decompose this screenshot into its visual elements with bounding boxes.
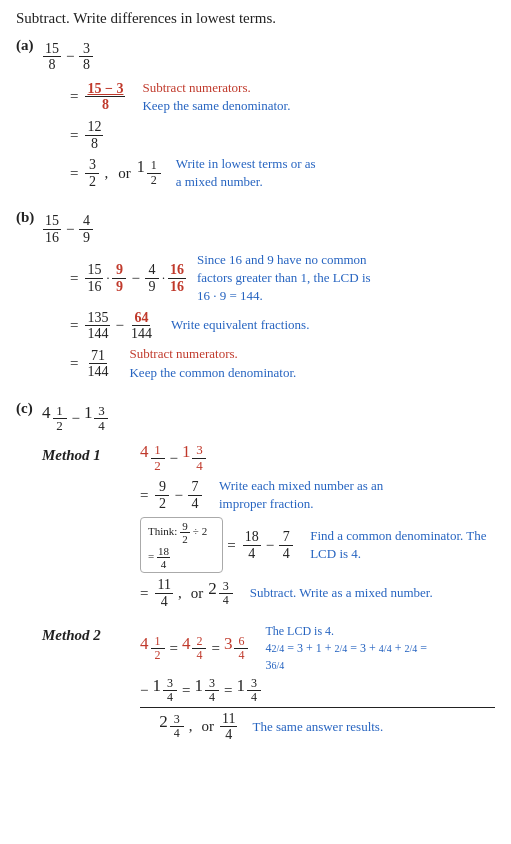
frac-11-4: 114 (155, 577, 172, 609)
m1-minus-start: − (170, 450, 178, 467)
part-b-label: (b) (16, 209, 36, 226)
method1-row: Method 1 4 12 − 1 (42, 443, 495, 613)
frac-9-2: 92 (155, 479, 169, 511)
m2-1-3-4-b: 1 34 (194, 677, 220, 704)
frac-16-16: 1616 (168, 262, 186, 294)
frac-3-8: 38 (79, 41, 93, 73)
dot-b1: · (106, 271, 109, 286)
think-frac-18-4: 184 (157, 545, 170, 570)
note-b2: Write equivalent fractions. (171, 316, 309, 334)
note-m1-3: Subtract. Write as a mixed number. (250, 584, 433, 602)
frac-4-9: 49 (79, 213, 93, 245)
frac-18-4: 184 (243, 529, 261, 561)
eq-m1-3: = (140, 585, 148, 602)
dot-b2: · (162, 271, 165, 286)
m2-1-3-4-c: 1 34 (236, 677, 262, 704)
m2-3-6-4: 3 64 (224, 635, 250, 662)
eq-b2: = (70, 317, 78, 334)
comma-a: , (104, 165, 108, 182)
eq-a2: = (70, 127, 78, 144)
note-m1-2: Find a common denominator. The LCD is 4. (310, 527, 495, 563)
m1-start-1-3-4: 1 34 (182, 443, 208, 473)
frac-7-4-b: 74 (279, 529, 293, 561)
minus-b1: − (131, 270, 139, 287)
method1-label: Method 1 (42, 443, 132, 464)
section-b: (b) 1516 − 49 = 1516 · 99 (16, 209, 495, 386)
minus-m1-2: − (266, 537, 274, 554)
eq-m2-r2a: = (182, 682, 190, 699)
or-m2: or (202, 718, 215, 735)
frac-11-4-m2: 114 (220, 711, 237, 743)
page-title: Subtract. Write differences in lowest te… (16, 10, 495, 27)
section-c: (c) 4 12 − 1 34 Met (16, 400, 495, 745)
mixed-1-1-2: 1 12 (137, 159, 162, 186)
method2-row: Method 2 4 12 = 4 24 = (42, 623, 495, 743)
frac-9-9: 99 (112, 262, 126, 294)
note-a1: Subtract numerators. Keep the same denom… (142, 79, 290, 115)
think-frac-9-2: 92 (180, 520, 190, 545)
m2-1-3-4-a: 1 34 (152, 677, 178, 704)
minus-op-a: − (66, 48, 74, 65)
mixed-1-3-4-problem: 1 34 (84, 404, 110, 434)
frac-15-3-over-8: 15 − 3 8 (85, 81, 125, 113)
note-b1: Since 16 and 9 have no common factors gr… (197, 251, 382, 306)
part-c-label: (c) (16, 400, 36, 417)
eq-a3: = (70, 165, 78, 182)
frac-64-144: 64144 (129, 310, 154, 342)
minus-b2: − (115, 317, 123, 334)
frac-15-8: 158 (43, 41, 61, 73)
eq-m2-r1a: = (170, 640, 178, 657)
section-a: (a) 158 − 38 = 15 − 3 8 Subtrac (16, 37, 495, 195)
method2-content: 4 12 = 4 24 = 3 64 (140, 623, 495, 743)
note-b3: Subtract numerators. Keep the common den… (129, 345, 296, 381)
note-a3: Write in lowest terms or asa mixed numbe… (176, 155, 316, 191)
eq-m2-r1b: = (211, 640, 219, 657)
or-a: or (118, 165, 131, 182)
or-m1: or (191, 585, 204, 602)
m2-4-2-4: 4 24 (182, 635, 208, 662)
frac-12-8: 128 (85, 119, 103, 151)
frac-15-16-b: 1516 (85, 262, 103, 294)
minus-op-b: − (66, 221, 74, 238)
comma-m2: , (189, 718, 193, 735)
mixed-4-1-2-problem: 4 12 (42, 404, 68, 434)
frac-15-16: 1516 (43, 213, 61, 245)
eq-b3: = (70, 355, 78, 372)
frac-7-4: 74 (188, 479, 202, 511)
frac-135-144: 135144 (85, 310, 110, 342)
frac-4-9-b: 49 (145, 262, 159, 294)
comma-m1: , (178, 585, 182, 602)
m1-start-4-1-2: 4 12 (140, 443, 166, 473)
think-box: Think: 92 ÷ 2 = 184 (140, 517, 223, 573)
method2-label: Method 2 (42, 623, 132, 644)
note-m1-1: Write each mixed number as an improper f… (219, 477, 419, 513)
m2-4-1-2: 4 12 (140, 635, 166, 662)
mixed-2-3-4-m1: 2 34 (208, 580, 234, 607)
frac-71-144: 71144 (85, 348, 110, 380)
minus-c: − (72, 410, 80, 427)
part-a-label: (a) (16, 37, 36, 54)
eq-a1: = (70, 88, 78, 105)
eq-b1: = (70, 270, 78, 287)
m2-result-2-3-4: 2 34 (159, 713, 185, 740)
minus-m1-1: − (174, 487, 182, 504)
m2-minus: − (140, 682, 148, 699)
eq-m1-2: = (227, 537, 235, 554)
eq-m1-1: = (140, 487, 148, 504)
eq-m2-r2b: = (224, 682, 232, 699)
method1-content: 4 12 − 1 34 (140, 443, 495, 613)
frac-3-2: 32 (85, 157, 99, 189)
note-m2-r1: The LCD is 4. 42/4 = 3 + 1 + 2/4 = 3 + 4… (265, 623, 440, 673)
note-m2-result: The same answer results. (252, 718, 383, 736)
m2-indent (140, 718, 151, 735)
